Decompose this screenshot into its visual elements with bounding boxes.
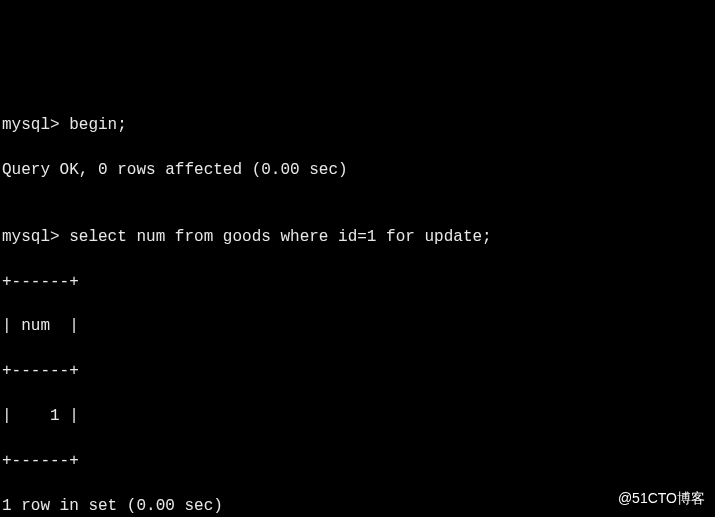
terminal-line: Query OK, 0 rows affected (0.00 sec) xyxy=(2,159,713,181)
terminal-line: mysql> begin; xyxy=(2,114,713,136)
terminal-line: +------+ xyxy=(2,450,713,472)
watermark-text: @51CTO博客 xyxy=(618,489,705,509)
terminal-output[interactable]: mysql> begin; Query OK, 0 rows affected … xyxy=(2,92,713,517)
terminal-line: mysql> select num from goods where id=1 … xyxy=(2,226,713,248)
terminal-line: +------+ xyxy=(2,271,713,293)
terminal-line: | num | xyxy=(2,315,713,337)
terminal-line: | 1 | xyxy=(2,405,713,427)
terminal-line: +------+ xyxy=(2,360,713,382)
terminal-line: 1 row in set (0.00 sec) xyxy=(2,495,713,517)
